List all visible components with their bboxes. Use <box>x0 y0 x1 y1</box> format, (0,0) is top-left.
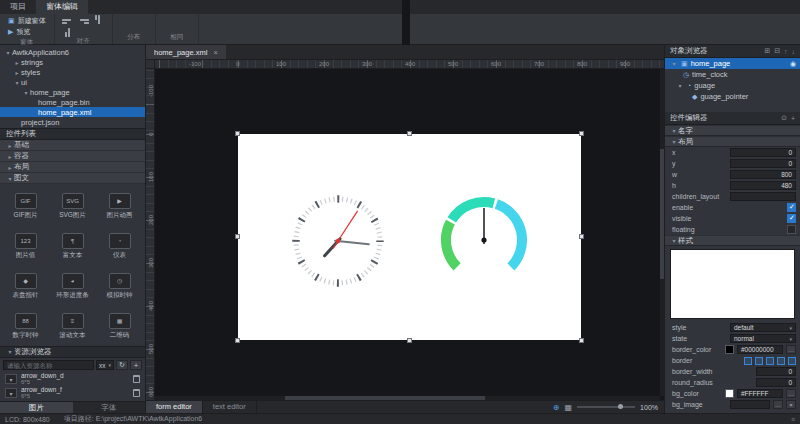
visibility-icon[interactable]: ◉ <box>790 60 796 68</box>
fit-window-icon[interactable]: ⊕ <box>553 403 560 412</box>
style-select[interactable]: default ▾ <box>730 323 796 332</box>
selection-handle[interactable] <box>235 234 240 239</box>
selection-handle[interactable] <box>407 131 412 136</box>
expander-icon[interactable] <box>670 138 678 145</box>
object-node-guage-pointer[interactable]: ◆ guage_pointer <box>665 91 800 102</box>
document-tab-home-page-xml[interactable]: home_page.xml × <box>146 45 226 59</box>
widget-item-image-animation[interactable]: ▶ 图片动画 <box>96 185 143 225</box>
align-bottom-icon[interactable] <box>64 25 72 37</box>
tab-form-editor[interactable]: form editor <box>146 401 203 413</box>
tree-item-ui[interactable]: ui <box>0 77 145 87</box>
expander-icon[interactable] <box>6 175 14 182</box>
expander-icon[interactable] <box>6 346 14 358</box>
bg-image-input[interactable] <box>730 400 770 409</box>
widget-item-gauge[interactable]: ◔ 仪表 <box>96 225 143 265</box>
resource-item[interactable]: ▾ arrow_down_f 6*5 <box>0 386 145 400</box>
expand-all-icon[interactable]: ⊞ <box>764 47 770 55</box>
widget-item-svg-image[interactable]: SVG SVG图片 <box>49 185 96 225</box>
new-form-button[interactable]: ▣ 新建窗体 <box>6 16 48 26</box>
border-color-swatch[interactable] <box>725 345 734 354</box>
border-all-toggle[interactable] <box>788 357 796 365</box>
delete-resource-icon[interactable] <box>133 375 140 383</box>
widget-item-scroll-label[interactable]: ≡ 滚动文本 <box>49 305 96 345</box>
border-width-input[interactable]: 0 <box>756 367 796 376</box>
floating-checkbox[interactable] <box>787 225 796 234</box>
selection-handle[interactable] <box>407 338 412 343</box>
move-up-icon[interactable]: ↑ <box>784 48 788 55</box>
delete-resource-icon[interactable] <box>133 389 140 397</box>
prop-y-input[interactable]: 0 <box>730 159 796 168</box>
align-right-icon[interactable] <box>77 17 89 25</box>
widget-item-gauge-pointer[interactable]: ◆ 表盘指针 <box>2 265 49 305</box>
expander-icon[interactable] <box>6 153 14 160</box>
tree-item-strings[interactable]: strings <box>0 57 145 67</box>
tree-root-awtkapplication6[interactable]: AwtkApplication6 <box>0 47 145 57</box>
tab-fonts[interactable]: 字体 <box>73 402 146 413</box>
resource-filter-dropdown[interactable]: xx ▾ <box>96 360 114 370</box>
tree-item-project-json[interactable]: project.json <box>0 117 145 127</box>
border-right-toggle[interactable] <box>755 357 763 365</box>
tab-images[interactable]: 图片 <box>0 402 73 413</box>
border-left-toggle[interactable] <box>744 357 752 365</box>
zoom-slider-handle[interactable] <box>618 404 623 409</box>
expander-icon[interactable] <box>13 79 21 86</box>
form-canvas[interactable] <box>238 134 581 340</box>
widget-section-basic[interactable]: 基础 <box>0 140 145 151</box>
object-node-home-page[interactable]: ▣ home_page ◉ <box>665 58 800 69</box>
object-node-guage[interactable]: ◔ guage <box>665 80 800 91</box>
align-top-icon[interactable] <box>94 15 102 27</box>
tab-text-editor[interactable]: text editor <box>203 401 257 413</box>
color-picker-button[interactable]: … <box>786 345 796 354</box>
move-down-icon[interactable]: ↓ <box>792 48 796 55</box>
expander-icon[interactable] <box>6 164 14 171</box>
expander-icon[interactable] <box>670 60 678 67</box>
expander-icon[interactable] <box>4 49 12 56</box>
widget-item-image-value[interactable]: 123 图片值 <box>2 225 49 265</box>
widget-section-container[interactable]: 容器 <box>0 151 145 162</box>
add-resource-button[interactable]: + <box>130 360 142 370</box>
bg-color-swatch[interactable] <box>725 389 734 398</box>
widget-item-rich-text[interactable]: ¶ 富文本 <box>49 225 96 265</box>
object-node-time-clock[interactable]: ◷ time_clock <box>665 69 800 80</box>
canvas-viewport[interactable] <box>155 69 664 400</box>
prop-w-input[interactable]: 800 <box>730 170 796 179</box>
enable-checkbox[interactable] <box>787 203 796 212</box>
border-bottom-toggle[interactable] <box>777 357 785 365</box>
color-picker-button[interactable]: … <box>786 389 796 398</box>
expander-icon[interactable] <box>13 59 21 66</box>
close-tab-icon[interactable]: × <box>213 48 217 57</box>
selection-handle[interactable] <box>579 234 584 239</box>
browse-image-button[interactable]: … <box>773 400 783 409</box>
tree-item-styles[interactable]: styles <box>0 67 145 77</box>
widget-item-time-clock[interactable]: ◷ 模拟时钟 <box>96 265 143 305</box>
expander-icon[interactable] <box>670 237 678 244</box>
prop-x-input[interactable]: 0 <box>730 148 796 157</box>
bg-color-input[interactable]: #FFFFFF <box>737 389 783 398</box>
resource-browser-header[interactable]: 资源浏览器 <box>0 346 145 358</box>
widget-section-layout[interactable]: 布局 <box>0 162 145 173</box>
expander-icon[interactable] <box>670 127 678 134</box>
section-name[interactable]: 名字 <box>665 125 800 136</box>
widget-item-gif-image[interactable]: GIF GIF图片 <box>2 185 49 225</box>
expander-icon[interactable] <box>22 89 30 96</box>
grid-toggle-icon[interactable]: ▦ <box>565 403 573 412</box>
tree-item-home-page-bin[interactable]: home_page.bin <box>0 97 145 107</box>
tree-item-home-page-xml[interactable]: home_page.xml <box>0 107 145 117</box>
menu-project[interactable]: 项目 <box>0 0 36 14</box>
refresh-button[interactable]: ↻ <box>116 360 128 370</box>
expander-icon[interactable] <box>13 69 21 76</box>
border-color-input[interactable]: #00000000 <box>737 345 783 354</box>
expander-icon[interactable] <box>6 142 14 149</box>
visible-checkbox[interactable] <box>787 214 796 223</box>
preview-button[interactable]: ▶ 预览 <box>6 27 48 37</box>
expander-icon[interactable] <box>676 82 684 89</box>
time-clock-widget[interactable] <box>288 191 388 291</box>
statusbar-menu-icon[interactable]: ≡ <box>791 416 795 423</box>
zoom-slider[interactable] <box>577 406 635 408</box>
tree-item-home-page[interactable]: home_page <box>0 87 145 97</box>
clear-image-button[interactable]: × <box>786 400 796 409</box>
align-left-icon[interactable] <box>62 17 74 25</box>
collapse-all-icon[interactable]: ⊟ <box>774 47 780 55</box>
selection-handle[interactable] <box>235 131 240 136</box>
widget-section-image-text[interactable]: 图文 <box>0 173 145 184</box>
